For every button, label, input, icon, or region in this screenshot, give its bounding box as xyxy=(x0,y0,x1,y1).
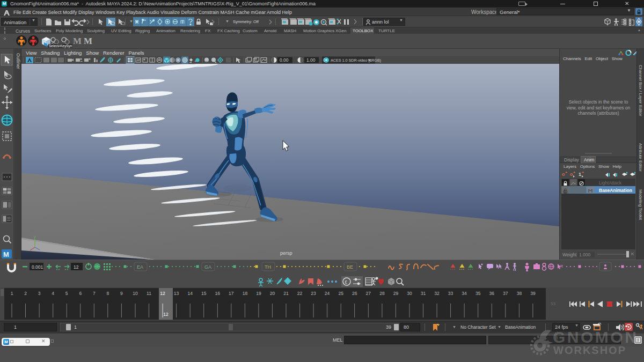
svg-text:y: y xyxy=(34,235,36,239)
svg-text:17: 17 xyxy=(229,291,234,296)
svg-text:18: 18 xyxy=(243,291,248,296)
svg-text:22: 22 xyxy=(297,291,303,296)
svg-text:24: 24 xyxy=(325,291,330,296)
svg-text:+: + xyxy=(573,171,575,174)
svg-text:6: 6 xyxy=(79,291,82,296)
svg-text:38: 38 xyxy=(517,291,522,296)
svg-text:ACES 1.0 SDR-video (sRGB): ACES 1.0 SDR-video (sRGB) xyxy=(331,58,381,63)
svg-text:M: M xyxy=(73,36,82,46)
svg-text:persp: persp xyxy=(280,250,292,256)
svg-text:31: 31 xyxy=(421,291,426,296)
svg-text:R: R xyxy=(560,264,563,268)
svg-text:12: 12 xyxy=(74,264,79,270)
svg-text:14: 14 xyxy=(187,291,193,296)
svg-text:21: 21 xyxy=(283,291,289,296)
svg-text:12: 12 xyxy=(163,312,169,317)
svg-text:0.001: 0.001 xyxy=(32,264,43,270)
svg-text:o: o xyxy=(564,190,566,194)
svg-text:12: 12 xyxy=(160,291,165,296)
svg-text:39: 39 xyxy=(530,291,536,296)
svg-text:28: 28 xyxy=(379,291,385,296)
svg-text:2: 2 xyxy=(24,291,27,296)
svg-text:5: 5 xyxy=(65,291,68,296)
svg-text:16: 16 xyxy=(215,291,220,296)
svg-text:GA: GA xyxy=(204,264,211,270)
svg-text:BE: BE xyxy=(347,264,353,270)
svg-text:3: 3 xyxy=(38,291,41,296)
svg-text:9: 9 xyxy=(120,291,123,296)
svg-text:0.00: 0.00 xyxy=(280,57,289,63)
svg-text:ε: ε xyxy=(345,279,348,285)
svg-text:GNOMON: GNOMON xyxy=(553,328,638,346)
svg-text:33: 33 xyxy=(448,291,453,296)
svg-text:29: 29 xyxy=(393,291,399,296)
svg-text:34: 34 xyxy=(462,291,467,296)
svg-text:23: 23 xyxy=(311,291,316,296)
svg-text:1: 1 xyxy=(11,291,13,296)
svg-text:7: 7 xyxy=(93,291,96,296)
svg-text:15: 15 xyxy=(201,291,207,296)
svg-text:13: 13 xyxy=(174,291,179,296)
svg-text:TH: TH xyxy=(265,264,271,270)
svg-text:30: 30 xyxy=(407,291,412,296)
svg-text:20: 20 xyxy=(270,291,275,296)
svg-text:35: 35 xyxy=(475,291,481,296)
svg-text:+: + xyxy=(565,171,567,174)
svg-text:1: 1 xyxy=(579,172,581,177)
svg-text:25: 25 xyxy=(338,291,343,296)
svg-text:8: 8 xyxy=(106,291,109,296)
svg-text:53: 53 xyxy=(551,301,555,306)
svg-text:11: 11 xyxy=(147,291,151,296)
svg-text:M: M xyxy=(84,36,92,46)
svg-text:10: 10 xyxy=(133,291,138,296)
svg-text:WORKSHOP: WORKSHOP xyxy=(553,344,626,356)
svg-text:26: 26 xyxy=(352,291,357,296)
svg-text:19: 19 xyxy=(256,291,261,296)
svg-text:+: + xyxy=(582,171,584,174)
svg-text:32: 32 xyxy=(434,291,440,296)
svg-text:36: 36 xyxy=(489,291,494,296)
svg-text:THE: THE xyxy=(554,331,559,341)
svg-text:EA: EA xyxy=(137,264,143,270)
svg-text:27: 27 xyxy=(366,291,371,296)
svg-text:4: 4 xyxy=(52,291,54,296)
svg-text:1.00: 1.00 xyxy=(306,57,316,63)
svg-text:37: 37 xyxy=(503,291,508,296)
svg-text:M: M xyxy=(3,250,9,258)
